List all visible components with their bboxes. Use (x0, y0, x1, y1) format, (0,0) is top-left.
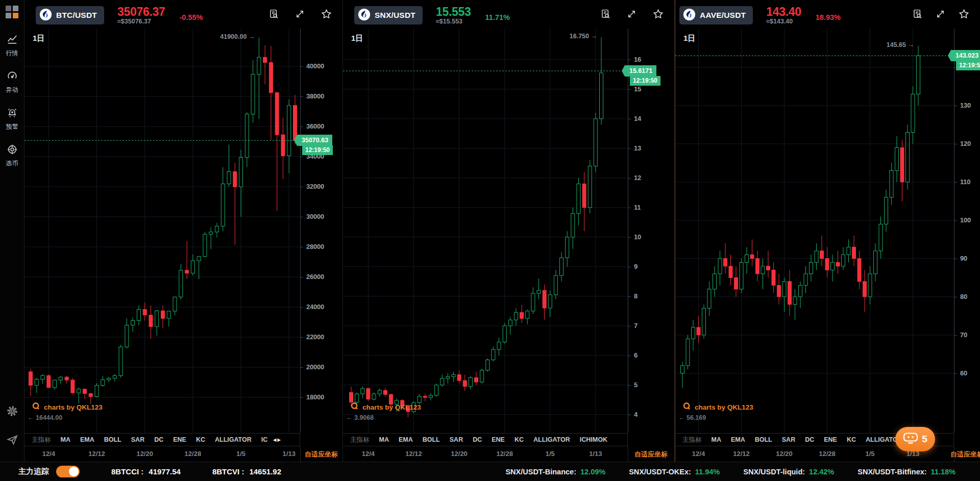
indicator-tab-ema[interactable]: EMA (80, 436, 94, 443)
y-axis-tickmark (301, 217, 303, 217)
ticker-okex[interactable]: SNX/USDT-OKEx:11.94% (629, 468, 720, 476)
indicator-tab-kc[interactable]: KC (514, 436, 524, 443)
ticker-bitfinex[interactable]: SNX/USDT-Bitfinex:11.18% (857, 468, 955, 476)
y-axis-tickmark (628, 178, 631, 179)
y-axis-tickmark (628, 60, 631, 60)
indicator-tab-ma[interactable]: MA (379, 436, 389, 443)
watermark-text: charts by QKL123 (362, 403, 421, 411)
last-price: 15.553 (436, 6, 471, 17)
y-axis-tickmark (301, 337, 303, 338)
watermark: charts by QKL123 (682, 402, 753, 412)
y-axis-tick: 8 (634, 292, 638, 300)
date-tick: 1/5 (236, 450, 246, 458)
expand-icon[interactable] (626, 9, 637, 19)
indicator-tab-sar[interactable]: SAR (450, 436, 463, 443)
date-tick: 12/28 (496, 450, 513, 458)
indicator-tab-ene[interactable]: ENE (173, 436, 186, 443)
favorite-star-icon[interactable] (958, 8, 970, 20)
indicator-tab-dc[interactable]: DC (154, 436, 163, 443)
symbol-badge[interactable]: SNX/USDT (354, 6, 423, 24)
indicator-tab-boll[interactable]: BOLL (755, 436, 772, 443)
price-axis[interactable]: 16151413121110987654 (628, 29, 675, 433)
sidebar-item-label: 选币 (6, 159, 18, 168)
symbol-badge[interactable]: AAVE/USDT (679, 6, 753, 24)
indicator-tab-sar[interactable]: SAR (782, 436, 795, 443)
snapshot-icon[interactable] (912, 9, 923, 19)
indicator-tab-ene[interactable]: ENE (824, 436, 837, 443)
indicator-tab-ma[interactable]: MA (712, 436, 721, 443)
indicator-tab-ma[interactable]: MA (61, 436, 70, 443)
sidebar-item-alerts[interactable]: 预警 (6, 107, 18, 131)
indicator-tab-ema[interactable]: EMA (731, 436, 745, 443)
huobi-logo-icon (683, 8, 696, 23)
indicator-tab-kc[interactable]: KC (196, 436, 205, 443)
y-axis-tickmark (954, 297, 957, 297)
indicator-tab-ema[interactable]: EMA (399, 436, 413, 443)
adaptive-axis-button[interactable]: 自适应坐标 (305, 450, 338, 459)
y-axis-tick: 14 (634, 115, 641, 122)
y-axis-tick: 12 (634, 174, 641, 182)
ticker-liquid[interactable]: SNX/USDT-liquid:12.42% (743, 468, 834, 476)
toggle-knob (69, 467, 79, 476)
indicator-tab-ic[interactable]: IC (261, 436, 268, 443)
chart-area[interactable]: 4000038000360003400032000300002800026000… (24, 29, 342, 433)
adaptive-axis-button[interactable]: 自适应坐标 (950, 450, 980, 459)
snapshot-icon[interactable] (600, 9, 611, 19)
indicator-bar-title: 主指标 (32, 436, 51, 444)
stat-label: 8BTCVI : (212, 467, 244, 476)
indicator-tab-boll[interactable]: BOLL (423, 436, 440, 443)
approx-usd: ≈$35076.37 (117, 18, 165, 25)
indicator-tab-sar[interactable]: SAR (131, 436, 144, 443)
snapshot-icon[interactable] (268, 9, 279, 19)
sidebar-item-label: 行情 (6, 49, 18, 58)
indicator-tab-boll[interactable]: BOLL (104, 436, 121, 443)
y-axis-tick: 10 (634, 233, 641, 241)
y-axis-tick: 15 (634, 85, 641, 93)
btcci-stat: 8BTCCI : 41977.54 (111, 467, 181, 476)
main-force-tracker-toggle[interactable] (56, 466, 80, 477)
apps-grid-icon[interactable] (6, 6, 18, 18)
current-price-tag: 15.6171 (625, 65, 656, 77)
indicator-tab-alligator[interactable]: ALLIGATOR (533, 436, 570, 443)
y-axis-tick: 26000 (306, 273, 324, 281)
expand-icon[interactable] (935, 9, 946, 19)
indicator-pager-icon[interactable]: ◀▶ (273, 438, 281, 442)
y-axis-tickmark (301, 157, 303, 157)
panel-header: SNX/USDT 15.553 ≈$15.553 11.71% (343, 0, 674, 29)
date-tick: 12/20 (451, 450, 468, 458)
share-button[interactable] (0, 434, 24, 448)
chart-area[interactable]: 16151413121110987654 1日 16.750 → 15.6171… (343, 29, 674, 433)
favorite-star-icon[interactable] (321, 8, 332, 20)
y-axis-tick: 38000 (306, 92, 324, 100)
sidebar-item-market[interactable]: 行情 (6, 34, 18, 58)
ticker-binance[interactable]: SNX/USDT-Binance:12.09% (505, 468, 605, 476)
chart-area[interactable]: 14013012011010090807060 1日 145.65 → 143.… (675, 29, 980, 433)
indicator-bar: 主指标 MAEMABOLLSARDCENEKCALLIGATORIC ◀▶ (24, 433, 300, 446)
y-axis-tick: 90 (960, 255, 967, 262)
sidebar-item-movers[interactable]: 异动 (6, 70, 18, 94)
y-axis-tickmark (954, 144, 957, 144)
expand-icon[interactable] (295, 9, 305, 19)
indicator-tab-ene[interactable]: ENE (492, 436, 505, 443)
y-axis-tick: 120 (960, 140, 971, 147)
watermark: charts by QKL123 (350, 402, 421, 412)
adaptive-axis-button[interactable]: 自适应坐标 (634, 450, 668, 459)
indicator-tab-ichimok[interactable]: ICHIMOK (580, 436, 607, 443)
settings-button[interactable] (0, 405, 24, 419)
price-axis[interactable]: 4000038000360003400032000300002800026000… (300, 29, 343, 433)
sidebar-item-coin-select[interactable]: 选币 (6, 144, 18, 168)
symbol-badge[interactable]: BTC/USDT (36, 6, 104, 24)
y-axis-tickmark (301, 397, 303, 398)
y-axis-tick: 60 (960, 369, 967, 377)
indicator-tab-kc[interactable]: KC (847, 436, 856, 443)
y-axis-tickmark (954, 220, 957, 221)
indicator-tab-dc[interactable]: DC (805, 436, 814, 443)
y-axis-tickmark (628, 296, 631, 297)
price-axis[interactable]: 14013012011010090807060 (954, 29, 980, 433)
indicator-tabs: MAEMABOLLSARDCENEKCALLIGATORIC (61, 436, 268, 443)
y-axis-tickmark (628, 119, 631, 119)
indicator-tab-alligator[interactable]: ALLIGATOR (215, 436, 252, 443)
indicator-tab-dc[interactable]: DC (473, 436, 482, 443)
support-chat-button[interactable]: 5 (895, 427, 935, 451)
favorite-star-icon[interactable] (652, 8, 664, 20)
